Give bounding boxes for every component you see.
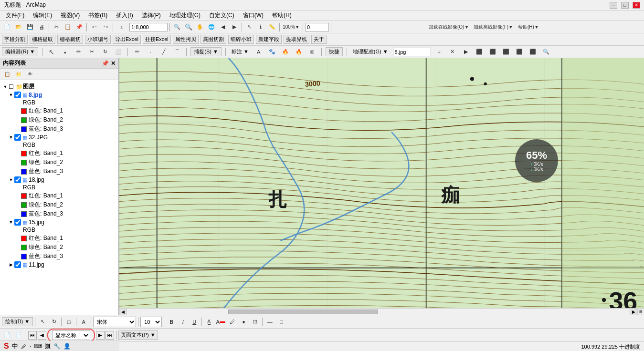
menu-bookmarks[interactable]: 书签(B) — [84, 10, 111, 21]
label-tool3[interactable]: 🔥 — [280, 47, 291, 57]
map-canvas[interactable]: 3000 扎 痂 36 65% — [119, 58, 644, 315]
attr-copy-btn[interactable]: 属性拷贝 — [173, 35, 199, 44]
zoom-in-btn[interactable]: 🔍 — [172, 22, 182, 32]
undo-btn[interactable]: ↩ — [89, 22, 99, 32]
attach-excel-btn[interactable]: 挂接Excel — [143, 35, 171, 44]
border-color-btn[interactable]: ∎ — [238, 317, 249, 327]
tree-expand-8jpg[interactable]: ▼ — [8, 93, 14, 97]
menu-file[interactable]: 文件(F) — [2, 10, 28, 21]
back-extent-btn[interactable]: ◀ — [218, 22, 228, 32]
georef-btn6[interactable]: ⬛ — [501, 47, 511, 57]
tree-item-32jpg[interactable]: ▼ ▦ 32.JPG — [0, 134, 118, 141]
georef-btn3[interactable]: ▶ — [461, 47, 471, 57]
copy-btn[interactable]: 📋 — [63, 22, 73, 32]
hscroll-thumb[interactable] — [228, 310, 379, 314]
new-btn[interactable]: 📄 — [2, 22, 12, 32]
page-view-btn2[interactable]: 📄 — [13, 330, 24, 341]
tree-item-8jpg[interactable]: ▼ ▦ 8.jpg — [0, 91, 118, 99]
font-color-btn[interactable]: A — [215, 317, 226, 327]
about-btn[interactable]: 关于 — [311, 35, 327, 44]
label-tool5[interactable]: ◎ — [307, 47, 317, 57]
page-view-btn1[interactable]: 📄 — [2, 330, 12, 341]
page-first-btn[interactable]: ⏮ — [28, 331, 37, 340]
label-tool2[interactable]: 🐾 — [267, 47, 277, 57]
edit-vertices-btn[interactable]: ⬧ — [60, 47, 70, 57]
tree-expand-11jpg[interactable]: ▶ — [8, 262, 14, 267]
field-split-btn[interactable]: 字段分割 — [2, 35, 28, 44]
page-last-btn[interactable]: ⏭ — [106, 331, 114, 340]
georef-file-input[interactable] — [393, 48, 431, 56]
font-select[interactable]: 宋体 黑体 楷体 — [93, 317, 136, 327]
info-btn[interactable]: ℹ — [255, 22, 266, 32]
fwd-extent-btn[interactable]: ▶ — [229, 22, 240, 32]
menu-window[interactable]: 窗口(W) — [239, 10, 267, 21]
line-style-btn[interactable]: — — [264, 317, 275, 327]
resize-corner[interactable]: ⊞ — [637, 309, 644, 315]
draw-menu-btn[interactable]: 绘制(D) ▼ — [2, 317, 33, 326]
draw-text-btn[interactable]: A — [78, 317, 89, 327]
georef-btn5[interactable]: ⬛ — [487, 47, 498, 57]
export-excel-btn[interactable]: 导出Excel — [113, 35, 141, 44]
bold-btn[interactable]: B — [166, 317, 177, 327]
raster-extract-btn[interactable]: 栅格提取 — [30, 35, 55, 44]
tree-item-18jpg[interactable]: ▼ ▦ 18.jpg — [0, 176, 118, 184]
tree-check-18jpg[interactable] — [14, 176, 21, 183]
open-btn[interactable]: 📂 — [13, 22, 24, 32]
coord-input[interactable] — [305, 23, 329, 31]
tree-check-8jpg[interactable] — [14, 92, 21, 98]
zoom-scale-btn[interactable]: ± — [115, 22, 128, 32]
align-left-btn[interactable]: A̲ — [204, 317, 214, 327]
online-imagery-btn[interactable]: 加载在线影像(O)▼ — [429, 24, 469, 31]
georef-btn4[interactable]: ⬛ — [474, 47, 485, 57]
minimize-button[interactable]: ─ — [610, 2, 617, 9]
tree-root-layers[interactable]: ▼ ☐ 📁 图层 — [0, 82, 118, 91]
label-tool1[interactable]: A — [253, 47, 264, 57]
tree-expand-15jpg[interactable]: ▼ — [8, 220, 14, 225]
measure-btn[interactable]: 📏 — [267, 22, 277, 32]
draw-rect-btn[interactable]: □ — [63, 317, 74, 327]
list-by-visibility-btn[interactable]: 👁 — [25, 69, 35, 80]
100pct-btn[interactable]: 100%▼ — [282, 22, 301, 32]
edit-rotate-btn[interactable]: ↻ — [100, 47, 110, 57]
quick-btn[interactable]: 快捷 — [326, 47, 343, 56]
redo-btn[interactable]: ↪ — [100, 22, 111, 32]
tree-expand-32jpg[interactable]: ▼ — [8, 135, 14, 140]
page-name-select[interactable]: 显示名称 — [52, 330, 90, 340]
close-button[interactable]: ✕ — [633, 2, 640, 9]
menu-edit[interactable]: 编辑(E) — [29, 10, 56, 21]
label-tool4[interactable]: 🔥 — [294, 47, 304, 57]
tree-item-11jpg[interactable]: ▶ ▦ 11.jpg — [0, 261, 118, 268]
georef-btn2[interactable]: ✕ — [447, 47, 458, 57]
panel-close-icon[interactable]: ✕ — [111, 60, 116, 67]
raster-clip-btn[interactable]: 栅格裁切 — [57, 35, 83, 44]
list-by-drawing-order-btn[interactable]: 📋 — [2, 69, 12, 80]
editor-btn[interactable]: 编辑器(R) ▼ — [2, 47, 38, 56]
menu-geoprocessing[interactable]: 地理处理(G) — [166, 10, 204, 21]
new-field-btn[interactable]: 新建字段 — [256, 35, 282, 44]
hscroll-left-btn[interactable]: ◀ — [119, 309, 127, 315]
full-extent-btn[interactable]: 🌐 — [206, 22, 217, 32]
tree-check-32jpg[interactable] — [14, 134, 21, 141]
panel-pin-icon[interactable]: 📌 — [102, 60, 109, 67]
draw-select-btn[interactable]: ↖ — [37, 317, 48, 327]
font-size-select[interactable]: 10 12 14 16 — [140, 317, 162, 327]
select-btn[interactable]: ↖ — [244, 22, 254, 32]
tree-check-15jpg[interactable] — [14, 219, 21, 226]
georef-search-btn[interactable]: 🔍 — [541, 47, 551, 57]
menu-customize[interactable]: 自定义(C) — [205, 10, 238, 21]
tree-expand-18jpg[interactable]: ▼ — [8, 177, 14, 182]
underline-btn[interactable]: U — [189, 317, 200, 327]
tree-item-15jpg[interactable]: ▼ ▦ 15.jpg — [0, 218, 118, 226]
georef-btn8[interactable]: ⬛ — [528, 47, 538, 57]
point-btn[interactable]: · — [145, 47, 156, 57]
list-by-source-btn[interactable]: 📁 — [13, 69, 24, 80]
scale-input[interactable] — [129, 23, 168, 31]
tree-check-11jpg[interactable] — [14, 261, 21, 268]
tiny-class-btn[interactable]: 细碎小班 — [228, 35, 254, 44]
layers-checkbox[interactable]: ☐ — [9, 83, 14, 90]
class-number-btn[interactable]: 小班编号 — [85, 35, 111, 44]
pan-btn[interactable]: ✋ — [195, 22, 205, 32]
snap-btn[interactable]: 捕捉(S) ▼ — [190, 47, 222, 56]
georef-btn1[interactable]: + — [434, 47, 444, 57]
menu-view[interactable]: 视图(V) — [57, 10, 84, 21]
